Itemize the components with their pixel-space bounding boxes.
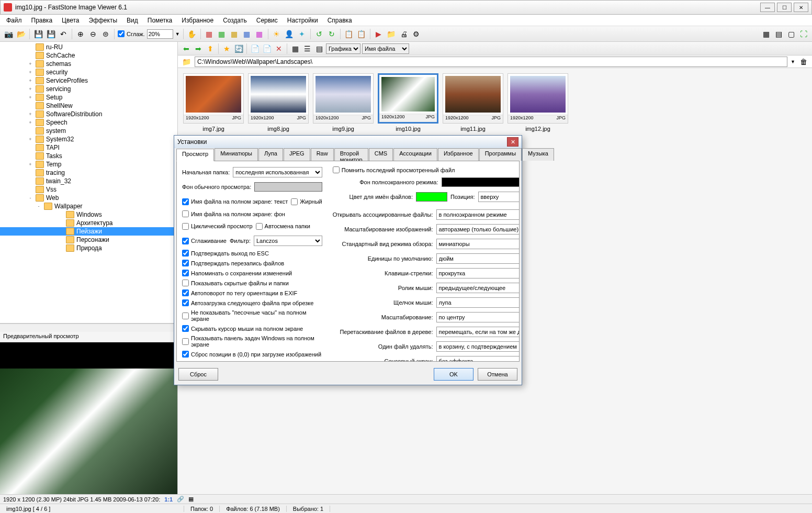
remember-last-checkbox[interactable]: Помнить последний просмотренный файл <box>333 166 520 173</box>
menu-Настройки[interactable]: Настройки <box>283 16 322 25</box>
viewmode3-icon[interactable]: ▤ <box>314 43 324 54</box>
tree-item-TAPI[interactable]: TAPI <box>0 143 177 152</box>
tab-Ассоциации[interactable]: Ассоциации <box>393 148 437 161</box>
ok-button[interactable]: OK <box>434 368 473 381</box>
arrows-select[interactable]: прокрутка <box>436 268 520 278</box>
zoom-select[interactable]: по центру <box>436 312 520 322</box>
wheel-select[interactable]: предыдущее/следующее <box>436 283 520 293</box>
info-icon1[interactable]: 🔗 <box>177 496 184 503</box>
clipboard2-icon[interactable]: 📋 <box>356 29 367 39</box>
show-hidden-checkbox[interactable]: Показывать скрытые файлы и папки <box>182 280 322 286</box>
rotate-right-icon[interactable]: ↻ <box>326 29 337 39</box>
tree-item-Архитектура[interactable]: Архитектура <box>0 219 177 227</box>
tab-Просмотр[interactable]: Просмотр <box>176 149 214 161</box>
info-icon2[interactable]: ▦ <box>188 496 194 503</box>
tree-item-Vss[interactable]: Vss <box>0 185 177 194</box>
fullname-text-checkbox[interactable]: Имя файла на полном экране: текст <box>182 198 288 205</box>
dialog-titlebar[interactable]: Установки ✕ <box>174 136 522 148</box>
zoomin-icon[interactable]: ⊕ <box>75 29 86 39</box>
delete-icon[interactable]: ✕ <box>274 43 284 54</box>
auto-rotate-checkbox[interactable]: Автоповорот по тегу ориентации в EXIF <box>182 289 322 296</box>
close-button[interactable]: ✕ <box>794 3 808 12</box>
tab-Лупа[interactable]: Лупа <box>258 148 283 161</box>
clipboard1-icon[interactable]: 📋 <box>344 29 354 39</box>
tree-item-Windows[interactable]: Windows <box>0 210 177 219</box>
thumb-img12.jpg[interactable]: 1920x1200JPGimg12.jpg <box>508 73 568 132</box>
tool5-icon[interactable]: ▦ <box>254 29 265 39</box>
tree-item-Природа[interactable]: Природа <box>0 244 177 252</box>
tab-Музыка[interactable]: Музыка <box>522 148 554 161</box>
saveas-icon[interactable]: 💾 <box>46 29 56 39</box>
filter-select[interactable]: Графика <box>326 43 360 54</box>
no-hourglass-checkbox[interactable]: Не показывать "песочные часы" на полном … <box>182 309 322 322</box>
slideshow-icon[interactable]: ▶ <box>374 29 384 39</box>
tab-Программы[interactable]: Программы <box>479 148 522 161</box>
path-input[interactable] <box>195 57 787 67</box>
autochange-checkbox[interactable]: Автосмена папки <box>256 223 310 230</box>
tree-item-ShellNew[interactable]: ShellNew <box>0 102 177 110</box>
thumb-img8.jpg[interactable]: 1920x1200JPGimg8.jpg <box>248 73 309 132</box>
nav-back-icon[interactable]: ⬅ <box>181 43 191 54</box>
tree-item-SoftwareDistribution[interactable]: +SoftwareDistribution <box>0 110 177 118</box>
person-icon[interactable]: 👤 <box>284 29 295 39</box>
tree-item-servicing[interactable]: +servicing <box>0 85 177 93</box>
tab-CMS[interactable]: CMS <box>369 148 393 161</box>
confirm-esc-checkbox[interactable]: Подтверждать выход по ESC <box>182 250 322 256</box>
tree-item-ru-RU[interactable]: ru-RU <box>0 43 177 51</box>
show-taskbar-checkbox[interactable]: Показывать панель задач Windows на полно… <box>182 335 322 348</box>
dialog-close-button[interactable]: ✕ <box>507 137 518 147</box>
tab-Избранное[interactable]: Избранное <box>438 148 479 161</box>
acquire-icon[interactable]: 📷 <box>3 29 14 39</box>
trash-icon[interactable]: 🗑 <box>798 57 809 67</box>
save-icon[interactable]: 💾 <box>33 29 43 39</box>
hand-icon[interactable]: ✋ <box>187 29 197 39</box>
tab-Raw[interactable]: Raw <box>311 148 334 161</box>
tool1-icon[interactable]: ▦ <box>204 29 215 39</box>
view3-icon[interactable]: ▢ <box>786 29 796 39</box>
sparkle-icon[interactable]: ✦ <box>297 29 307 39</box>
bg-full-swatch[interactable] <box>442 177 520 187</box>
sun-icon[interactable]: ☀ <box>272 29 282 39</box>
menu-Вид[interactable]: Вид <box>122 16 142 25</box>
menu-Эффекты[interactable]: Эффекты <box>85 16 122 25</box>
loop-checkbox[interactable]: Циклический просмотр <box>182 223 253 230</box>
view2-icon[interactable]: ▤ <box>773 29 784 39</box>
menu-Файл[interactable]: Файл <box>2 16 26 25</box>
tree-scrollbar-h[interactable] <box>0 324 177 332</box>
open-icon[interactable]: 📂 <box>16 29 26 39</box>
tree-item-Web[interactable]: -Web <box>0 194 177 202</box>
settings-icon[interactable]: ⚙ <box>411 29 422 39</box>
menu-Создать[interactable]: Создать <box>219 16 251 25</box>
nav-up-icon[interactable]: ⬆ <box>205 43 216 54</box>
maximize-button[interactable]: ☐ <box>777 3 792 12</box>
nav-fwd-icon[interactable]: ➡ <box>193 43 204 54</box>
scale-select[interactable]: авторазмер (только большие) <box>436 224 520 235</box>
units-select[interactable]: дюйм <box>436 253 520 264</box>
zoomfit-icon[interactable]: ⊜ <box>100 29 111 39</box>
click-select[interactable]: лупа <box>436 297 520 308</box>
pos-select[interactable]: вверху <box>478 192 520 202</box>
menu-Цвета[interactable]: Цвета <box>58 16 83 25</box>
start-folder-select[interactable]: последняя использованная <box>233 167 322 177</box>
thumb-img10.jpg[interactable]: 1920x1200JPGimg10.jpg <box>378 73 438 132</box>
autoload-crop-checkbox[interactable]: Автозагрузка следующего файла при обрезк… <box>182 299 322 306</box>
thumb-img7.jpg[interactable]: 1920x1200JPGimg7.jpg <box>183 73 244 132</box>
tree-item-Tasks[interactable]: Tasks <box>0 152 177 160</box>
refresh-icon[interactable]: 🔄 <box>233 43 244 54</box>
undo-icon[interactable]: ↶ <box>58 29 69 39</box>
move-icon[interactable]: 📄 <box>262 43 272 54</box>
thumb-img9.jpg[interactable]: 1920x1200JPGimg9.jpg <box>313 73 374 132</box>
copy-icon[interactable]: 📄 <box>250 43 260 54</box>
menu-Правка[interactable]: Правка <box>27 16 57 25</box>
color-names-swatch[interactable] <box>416 192 447 202</box>
menu-Пометка[interactable]: Пометка <box>143 16 177 25</box>
tree-item-Speech[interactable]: +Speech <box>0 118 177 127</box>
tree-item-Пейзажи[interactable]: Пейзажи <box>0 227 177 236</box>
thumb-img11.jpg[interactable]: 1920x1200JPGimg11.jpg <box>443 73 503 132</box>
tree-item-system[interactable]: system <box>0 127 177 135</box>
tree-item-twain_32[interactable]: twain_32 <box>0 177 177 185</box>
tree-item-ServiceProfiles[interactable]: +ServiceProfiles <box>0 76 177 85</box>
tool4-icon[interactable]: ▦ <box>242 29 252 39</box>
tab-Второй монитор[interactable]: Второй монитор <box>334 148 368 161</box>
bold-checkbox[interactable]: Жирный <box>291 198 322 205</box>
